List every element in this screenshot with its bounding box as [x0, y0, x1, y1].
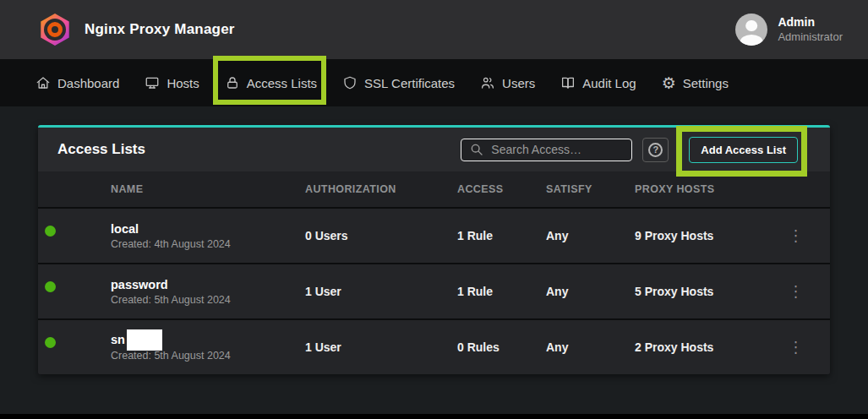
- app-title: Nginx Proxy Manager: [85, 21, 235, 38]
- book-icon: [560, 75, 576, 90]
- column-header-name: NAME: [111, 183, 305, 195]
- proxy-hosts-value: 5 Proxy Hosts: [635, 285, 779, 298]
- column-header-satisfy: SATISFY: [546, 183, 635, 195]
- user-role: Administrator: [778, 30, 843, 44]
- satisfy-value: Any: [546, 340, 635, 354]
- nav-item-ssl-certificates[interactable]: SSL Certificates: [342, 75, 455, 90]
- nginx-proxy-manager-logo: [39, 14, 71, 46]
- user-avatar: [735, 14, 767, 46]
- home-icon: [35, 75, 51, 90]
- add-access-list-button[interactable]: Add Access List: [689, 137, 798, 163]
- proxy-hosts-value: 2 Proxy Hosts: [635, 340, 779, 354]
- nav-label-audit-log: Audit Log: [582, 76, 636, 90]
- main-nav: Dashboard Hosts Access Lists SSL Certifi…: [0, 59, 868, 106]
- status-online-dot: [45, 226, 56, 237]
- nav-label-settings: Settings: [683, 76, 729, 90]
- top-bar: Nginx Proxy Manager Admin Administrator: [0, 0, 868, 59]
- card-header: Access Lists ? Add Access List: [38, 128, 830, 171]
- nav-label-users: Users: [502, 76, 535, 90]
- status-online-dot: [45, 281, 56, 292]
- lock-icon: [225, 75, 240, 90]
- created-date: Created: 5th August 2024: [111, 294, 305, 306]
- monitor-icon: [145, 75, 160, 90]
- help-button[interactable]: ?: [642, 138, 669, 162]
- authorization-value: 1 User: [305, 285, 457, 298]
- page-title: Access Lists: [57, 141, 461, 158]
- table-row: sn Created: 5th August 2024 1 User 0 Rul…: [38, 318, 830, 374]
- add-access-list-wrap: Add Access List: [689, 137, 798, 163]
- created-date: Created: 5th August 2024: [111, 350, 305, 362]
- access-list-name-text: sn: [111, 333, 125, 346]
- column-header-authorization: AUTHORIZATION: [305, 183, 457, 195]
- authorization-value: 0 Users: [305, 229, 457, 242]
- authorization-value: 1 User: [305, 340, 457, 354]
- table-row: password Created: 5th August 2024 1 User…: [38, 263, 830, 318]
- nav-item-settings[interactable]: ⚙ Settings: [662, 75, 729, 91]
- nav-item-audit-log[interactable]: Audit Log: [560, 75, 636, 90]
- nav-item-hosts[interactable]: Hosts: [145, 75, 199, 90]
- search-box[interactable]: [461, 139, 632, 161]
- access-list-name: sn: [111, 333, 305, 346]
- created-date: Created: 4th August 2024: [111, 238, 305, 250]
- nav-label-dashboard: Dashboard: [57, 76, 119, 90]
- redaction-box: [127, 329, 162, 351]
- search-icon: [470, 143, 483, 156]
- access-value: 0 Rules: [457, 340, 546, 354]
- user-menu[interactable]: Admin Administrator: [735, 14, 843, 46]
- access-value: 1 Rule: [457, 285, 546, 298]
- access-list-name: password: [111, 278, 305, 291]
- user-name: Admin: [778, 15, 843, 30]
- access-value: 1 Rule: [457, 229, 546, 242]
- table-header: NAME AUTHORIZATION ACCESS SATISFY PROXY …: [38, 171, 830, 207]
- page-content: Access Lists ? Add Access List NAME AUTH…: [0, 106, 868, 374]
- satisfy-value: Any: [546, 229, 635, 242]
- shield-icon: [342, 75, 358, 90]
- table-row: local Created: 4th August 2024 0 Users 1…: [38, 207, 830, 263]
- nav-label-ssl-certificates: SSL Certificates: [364, 76, 455, 90]
- person-icon: [735, 14, 767, 46]
- satisfy-value: Any: [546, 285, 635, 298]
- row-actions-kebab-icon[interactable]: ⋮: [779, 284, 813, 299]
- row-actions-kebab-icon[interactable]: ⋮: [779, 340, 813, 355]
- gear-icon: ⚙: [662, 75, 676, 91]
- proxy-hosts-value: 9 Proxy Hosts: [635, 229, 779, 242]
- bottom-bar: [0, 414, 868, 419]
- nav-label-hosts: Hosts: [167, 76, 199, 90]
- users-icon: [480, 75, 495, 90]
- access-list-name: local: [111, 222, 305, 236]
- access-lists-card: Access Lists ? Add Access List NAME AUTH…: [38, 125, 830, 374]
- nav-item-access-lists[interactable]: Access Lists: [225, 75, 317, 90]
- row-actions-kebab-icon[interactable]: ⋮: [779, 228, 813, 243]
- column-header-proxy-hosts: PROXY HOSTS: [635, 183, 779, 195]
- search-input[interactable]: [491, 143, 623, 156]
- column-header-access: ACCESS: [457, 183, 546, 195]
- status-online-dot: [45, 337, 56, 348]
- nav-item-users[interactable]: Users: [480, 75, 535, 90]
- nav-item-dashboard[interactable]: Dashboard: [35, 75, 119, 90]
- nav-label-access-lists: Access Lists: [247, 76, 317, 90]
- help-icon: ?: [648, 143, 663, 157]
